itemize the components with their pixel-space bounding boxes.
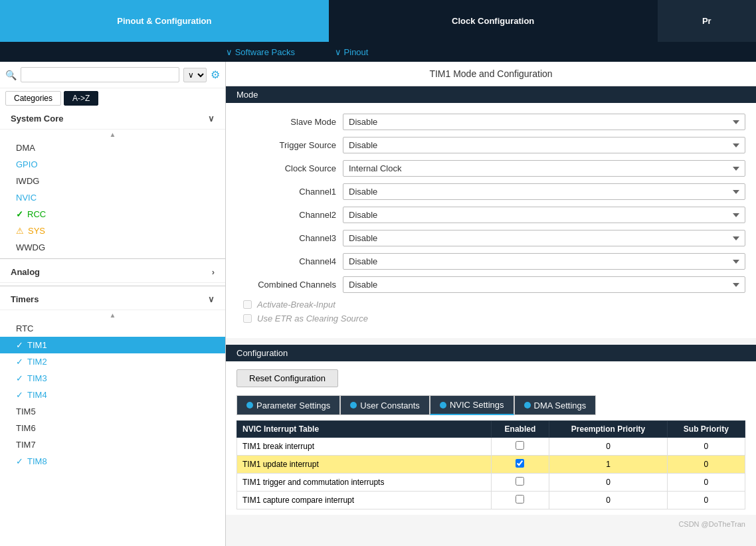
sidebar-item-tim8[interactable]: TIM8 — [0, 453, 225, 470]
tab-pr[interactable]: Pr — [658, 0, 756, 42]
clock-config-label: Clock Configuration — [452, 16, 534, 26]
reset-config-button[interactable]: Reset Configuration — [236, 369, 338, 387]
label-activate-break: Activate-Break-Input — [257, 300, 335, 310]
nvic-row-sub-1: 0 — [667, 456, 745, 474]
tab-user-constants[interactable]: User Constants — [340, 395, 430, 415]
main-layout: 🔍 ∨ ⚙ Categories A->Z System Core ∨ ▲ DM… — [0, 62, 756, 546]
content-title: TIM1 Mode and Configuration — [226, 62, 756, 86]
label-channel1: Channel1 — [236, 187, 343, 197]
select-trigger-source[interactable]: Disable — [343, 137, 745, 153]
select-channel1[interactable]: Disable — [343, 183, 745, 200]
select-slave-mode[interactable]: Disable — [343, 114, 745, 130]
config-tabs-row: Parameter Settings User Constants NVIC S… — [236, 395, 745, 415]
top-nav: Pinout & Configuration Clock Configurati… — [0, 0, 756, 42]
nvic-row-preemption-1: 1 — [549, 456, 667, 474]
scroll-up-indicator-2: ▲ — [0, 310, 225, 320]
tab-parameter-settings[interactable]: Parameter Settings — [236, 395, 340, 415]
checkbox-row-etr: Use ETR as Clearing Source — [236, 314, 745, 323]
search-input[interactable] — [21, 67, 179, 82]
sidebar-item-gpio[interactable]: GPIO — [0, 156, 225, 173]
checkbox-use-etr[interactable] — [243, 314, 252, 323]
sidebar-item-tim4[interactable]: TIM4 — [0, 387, 225, 403]
nvic-row-enabled-2[interactable] — [491, 474, 549, 492]
dot-user-constants — [350, 402, 357, 409]
form-row-combined-channels: Combined Channels Disable — [236, 276, 745, 293]
select-channel2[interactable]: Disable — [343, 207, 745, 223]
pinout-config-label: Pinout & Configuration — [117, 16, 211, 26]
label-channel2: Channel2 — [236, 210, 343, 220]
form-row-slave-mode: Slave Mode Disable — [236, 114, 745, 130]
select-channel4[interactable]: Disable — [343, 253, 745, 270]
nvic-row-enabled-0[interactable] — [491, 438, 549, 456]
sidebar-item-wwdg[interactable]: WWDG — [0, 239, 225, 256]
scroll-up-indicator: ▲ — [0, 130, 225, 139]
label-clock-source: Clock Source — [236, 163, 343, 173]
sidebar-item-dma[interactable]: DMA — [0, 139, 225, 156]
tab-pinout-config[interactable]: Pinout & Configuration — [0, 0, 329, 42]
table-row: TIM1 capture compare interrupt 0 0 — [237, 492, 745, 509]
checkbox-nvic-2[interactable] — [516, 477, 524, 486]
sidebar-item-tim5[interactable]: TIM5 — [0, 403, 225, 420]
sub-nav: Software Packs Pinout — [0, 42, 756, 62]
sidebar-item-nvic[interactable]: NVIC — [0, 189, 225, 206]
search-dropdown[interactable]: ∨ — [183, 68, 207, 82]
pr-label: Pr — [702, 16, 711, 26]
section-system-core[interactable]: System Core ∨ — [0, 108, 225, 130]
tab-nvic-settings[interactable]: NVIC Settings — [430, 395, 514, 415]
th-sub-priority: Sub Priority — [667, 421, 745, 438]
select-combined-channels[interactable]: Disable — [343, 276, 745, 293]
sidebar-item-rtc[interactable]: RTC — [0, 320, 225, 337]
sidebar-tab-bar: Categories A->Z — [0, 88, 225, 108]
nvic-row-sub-0: 0 — [667, 438, 745, 456]
mode-section-bar: Mode — [226, 86, 756, 103]
gear-icon[interactable]: ⚙ — [211, 68, 220, 81]
sidebar-item-tim2[interactable]: TIM2 — [0, 353, 225, 370]
tab-dma-settings[interactable]: DMA Settings — [514, 395, 597, 415]
select-clock-source[interactable]: Internal Clock — [343, 160, 745, 177]
sidebar-item-sys[interactable]: SYS — [0, 223, 225, 239]
sidebar-item-tim6[interactable]: TIM6 — [0, 420, 225, 436]
tab-atoz[interactable]: A->Z — [64, 91, 98, 106]
tab-categories[interactable]: Categories — [5, 91, 61, 106]
nvic-row-enabled-3[interactable] — [491, 492, 549, 509]
section-timers[interactable]: Timers ∨ — [0, 289, 225, 310]
table-row: TIM1 trigger and commutation interrupts … — [237, 474, 745, 492]
nvic-row-name-1: TIM1 update interrupt — [237, 456, 492, 474]
config-section-bar: Configuration — [226, 345, 756, 361]
system-core-arrow: ∨ — [208, 114, 215, 124]
th-enabled: Enabled — [491, 421, 549, 438]
timers-label: Timers — [11, 294, 39, 304]
tab-label-dma: DMA Settings — [534, 401, 587, 410]
nvic-row-name-0: TIM1 break interrupt — [237, 438, 492, 456]
sidebar: 🔍 ∨ ⚙ Categories A->Z System Core ∨ ▲ DM… — [0, 62, 226, 546]
analog-arrow: › — [212, 267, 215, 277]
sub-nav-software-packs[interactable]: Software Packs — [226, 47, 295, 57]
search-icon: 🔍 — [5, 70, 17, 80]
nvic-row-preemption-2: 0 — [549, 474, 667, 492]
divider-2 — [0, 286, 225, 286]
checkbox-nvic-1[interactable] — [516, 459, 524, 468]
select-channel3[interactable]: Disable — [343, 230, 745, 246]
label-trigger-source: Trigger Source — [236, 140, 343, 150]
checkbox-nvic-0[interactable] — [516, 441, 524, 450]
sidebar-item-tim1[interactable]: TIM1 — [0, 337, 225, 353]
sidebar-item-tim7[interactable]: TIM7 — [0, 436, 225, 453]
tab-label-parameter: Parameter Settings — [256, 401, 330, 410]
sidebar-item-iwdg[interactable]: IWDG — [0, 173, 225, 189]
nvic-row-preemption-0: 0 — [549, 438, 667, 456]
form-area: Slave Mode Disable Trigger Source Disabl… — [226, 103, 756, 338]
sub-nav-pinout[interactable]: Pinout — [335, 47, 369, 57]
th-preemption: Preemption Priority — [549, 421, 667, 438]
sidebar-item-rcc[interactable]: RCC — [0, 206, 225, 223]
nvic-row-preemption-3: 0 — [549, 492, 667, 509]
section-analog[interactable]: Analog › — [0, 262, 225, 283]
dot-dma — [524, 402, 531, 409]
checkbox-activate-break[interactable] — [243, 300, 252, 309]
nvic-row-enabled-1[interactable] — [491, 456, 549, 474]
dot-nvic — [440, 402, 446, 409]
checkbox-nvic-3[interactable] — [516, 495, 524, 503]
sidebar-item-tim3[interactable]: TIM3 — [0, 370, 225, 387]
checkbox-row-break: Activate-Break-Input — [236, 300, 745, 310]
system-core-label: System Core — [11, 114, 63, 124]
tab-clock-config[interactable]: Clock Configuration — [329, 0, 658, 42]
